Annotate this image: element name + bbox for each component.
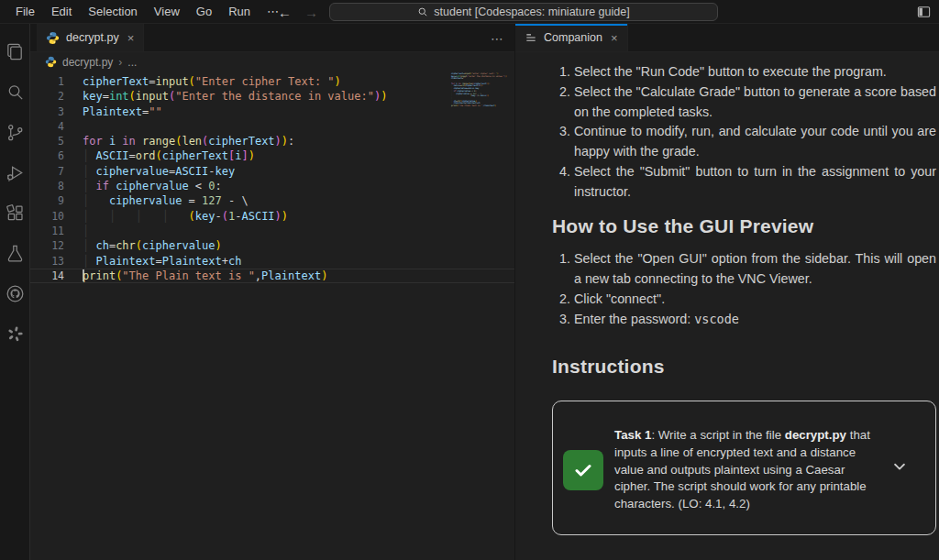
menu-go[interactable]: Go (188, 0, 220, 24)
editor-group-code: decrypt.py × ⋯ decrypt.py › ... 1cipherT… (30, 24, 514, 560)
code-line: 14print("The Plain text is ",Plaintext) (30, 269, 514, 283)
line-number: 6 (30, 148, 64, 163)
task-card: Task 1: Write a script in the file decry… (552, 401, 936, 535)
source-control-icon (5, 122, 26, 143)
layout-toggle-icon (917, 5, 931, 18)
command-center-search[interactable]: student [Codespaces: miniature guide] (329, 3, 718, 21)
editor-tab-bar: decrypt.py × ⋯ (30, 24, 514, 52)
list-item: Enter the password: vscode (574, 310, 936, 330)
tab-companion[interactable]: Companion × (515, 24, 628, 51)
python-icon (46, 31, 60, 45)
python-icon (45, 56, 57, 68)
password-code: vscode (694, 312, 739, 326)
list-item: Select the "Open GUI" option from the si… (574, 249, 936, 290)
code-line: 11│ (30, 224, 514, 238)
sidebar-item-source-control[interactable] (0, 112, 30, 152)
list-item: Continue to modify, run, and calculate y… (574, 122, 936, 162)
vscode-window: File Edit Selection View Go Run ⋯ ← → st… (0, 0, 939, 560)
heading-instructions: Instructions (552, 357, 936, 377)
list-item: Select the "Submit" button to turn in th… (574, 162, 936, 203)
tab-decrypt-py[interactable]: decrypt.py × (37, 24, 144, 51)
code-line: 10│ │ │ │ (key-(1-ASCII)) (30, 209, 514, 224)
list-item: Select the "Run Code" button to execute … (574, 62, 936, 82)
sidebar-item-extension-pinwheel[interactable] (0, 313, 30, 354)
sidebar-item-extensions[interactable] (0, 192, 30, 233)
extensions-icon (5, 203, 26, 224)
task-complete-badge (563, 450, 603, 490)
sidebar-item-run-debug[interactable] (0, 152, 30, 192)
title-bar: File Edit Selection View Go Run ⋯ ← → st… (0, 0, 939, 24)
files-icon (5, 41, 26, 62)
line-number: 12 (30, 238, 64, 253)
sidebar-item-testing[interactable] (0, 233, 30, 273)
menu-run[interactable]: Run (220, 0, 259, 24)
line-number: 7 (30, 164, 64, 179)
editor-group-companion: Companion × Select the "Run Code" button… (514, 24, 939, 560)
code-line: 8│ if ciphervalue < 0: (30, 179, 514, 193)
code-line: 5for i in range(len(cipherText)): (30, 134, 514, 148)
search-icon (5, 82, 26, 103)
line-number: 4 (30, 119, 64, 134)
companion-content: Select the "Run Code" button to execute … (515, 52, 939, 560)
close-icon[interactable]: × (127, 31, 135, 45)
close-icon[interactable]: × (611, 31, 618, 45)
command-center-label: student [Codespaces: miniature guide] (434, 5, 629, 18)
checkmark-icon (572, 459, 594, 481)
breadcrumb: decrypt.py › ... (30, 52, 514, 71)
sidebar-item-github[interactable] (0, 273, 30, 313)
code-line: 13│ Plaintext=Plaintext+ch (30, 254, 514, 269)
line-number: 5 (30, 134, 64, 148)
minimap-line: print("The Plain text is ",Plaintext) (451, 105, 502, 108)
code-line: 3Plaintext="" (30, 104, 514, 119)
github-icon (5, 283, 26, 304)
menu-view[interactable]: View (146, 0, 188, 24)
code-editor[interactable]: 1cipherText=input("Enter cipher Text: ")… (30, 71, 514, 560)
line-number: 13 (30, 254, 64, 269)
task-description: Task 1: Write a script in the file decry… (614, 427, 880, 512)
menu-file[interactable]: File (7, 0, 43, 24)
editor-actions-ellipsis-icon[interactable]: ⋯ (491, 24, 505, 52)
line-number: 14 (30, 269, 64, 283)
customize-layout-button[interactable] (915, 5, 932, 19)
activity-bar (0, 24, 30, 560)
line-number: 10 (30, 209, 64, 224)
minimap[interactable]: cipherText=input("Enter cipher Text: ")k… (451, 73, 502, 108)
code-lines: 1cipherText=input("Enter cipher Text: ")… (30, 74, 514, 283)
menu-edit[interactable]: Edit (43, 0, 80, 24)
line-number: 1 (30, 74, 64, 89)
sidebar-item-search[interactable] (0, 71, 30, 112)
sidebar-item-explorer[interactable] (0, 31, 30, 71)
history-nav: ← → (278, 0, 318, 24)
code-line: 2key=int(input("Enter the distance in va… (30, 89, 514, 104)
testing-flask-icon (5, 243, 26, 264)
extension-pinwheel-icon (5, 324, 26, 345)
menu-selection[interactable]: Selection (80, 0, 145, 24)
line-number: 9 (30, 193, 64, 208)
line-number: 11 (30, 224, 64, 238)
line-number: 8 (30, 179, 64, 193)
breadcrumb-file[interactable]: decrypt.py (62, 56, 113, 69)
code-line: 7│ ciphervalue=ASCII-key (30, 164, 514, 179)
breadcrumb-symbol[interactable]: ... (127, 56, 137, 69)
run-debug-icon (5, 162, 26, 183)
line-number: 3 (30, 104, 64, 119)
companion-tab-bar: Companion × (515, 24, 939, 52)
search-icon (417, 6, 428, 17)
code-line: 9│ ciphervalue = 127 - \ (30, 193, 514, 208)
run-code-steps-list: Select the "Run Code" button to execute … (552, 62, 936, 203)
chevron-right-icon: › (118, 56, 122, 69)
code-line: 4 (30, 119, 514, 134)
forward-arrow-icon: → (304, 5, 318, 20)
gui-preview-steps-list: Select the "Open GUI" option from the si… (552, 249, 936, 329)
code-line: 6│ ASCII=ord(cipherText[i]) (30, 148, 514, 163)
menu-bar: File Edit Selection View Go Run ⋯ (0, 0, 287, 24)
line-number: 2 (30, 89, 64, 104)
list-item: Click "connect". (574, 290, 936, 310)
chevron-down-icon (891, 458, 908, 475)
code-line: 12│ ch=chr(ciphervalue) (30, 238, 514, 253)
list-item: Select the "Calculate Grade" button to g… (574, 82, 936, 123)
webview-list-icon (525, 31, 537, 44)
task-expand-button[interactable] (891, 458, 908, 481)
heading-gui-preview: How to Use the GUI Preview (552, 216, 936, 236)
back-arrow-icon[interactable]: ← (278, 5, 292, 20)
